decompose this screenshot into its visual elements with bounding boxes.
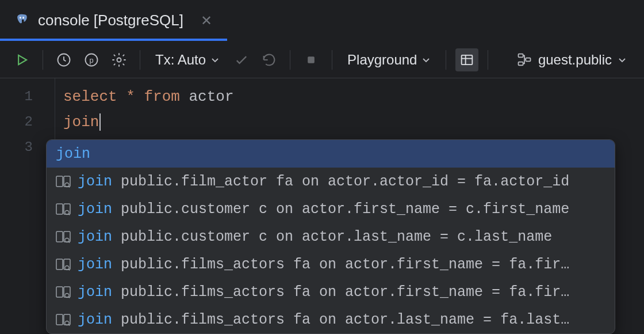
code-editor[interactable]: 1 2 3 select * from actor join join join… [0, 78, 644, 160]
completion-text: join public.customer c on actor.last_nam… [78, 229, 605, 245]
grid-view-button[interactable] [455, 48, 478, 71]
join-icon [56, 286, 71, 298]
svg-rect-8 [518, 54, 523, 57]
code-line: join [63, 109, 644, 135]
history-icon[interactable] [52, 48, 75, 71]
completion-popup: join join public.film_actor fa on actor.… [46, 139, 615, 334]
svg-rect-17 [56, 231, 63, 242]
completion-item[interactable]: join public.films_actors fa on actor.las… [47, 306, 615, 333]
svg-rect-11 [56, 176, 63, 187]
chevron-down-icon [618, 55, 627, 64]
tx-mode-dropdown[interactable]: Tx: Auto [150, 48, 225, 71]
svg-rect-14 [56, 204, 63, 214]
svg-rect-9 [518, 62, 523, 65]
p-icon[interactable]: p [80, 48, 103, 71]
separator [332, 50, 332, 70]
line-number: 1 [0, 84, 55, 109]
join-icon [56, 230, 71, 243]
join-icon [56, 258, 71, 271]
completion-item[interactable]: join [47, 140, 615, 168]
completion-text: join public.customer c on actor.first_na… [78, 201, 605, 218]
close-icon[interactable]: ✕ [196, 10, 217, 31]
completion-text: join public.films_actors fa on actor.fir… [78, 256, 605, 273]
tx-label: Tx: Auto [155, 52, 206, 68]
stop-button[interactable] [300, 48, 323, 71]
line-number: 2 [0, 109, 55, 135]
svg-rect-7 [462, 55, 473, 64]
svg-rect-20 [56, 259, 63, 270]
completion-text: join public.film_actor fa on actor.actor… [78, 173, 605, 190]
playground-label: Playground [347, 52, 417, 68]
completion-text: join public.films_actors fa on actor.las… [78, 312, 605, 328]
run-button[interactable] [10, 48, 33, 71]
completion-text: join [56, 146, 605, 162]
separator [290, 50, 290, 70]
svg-text:p: p [89, 56, 93, 64]
completion-item[interactable]: join public.films_actors fa on actor.fir… [47, 251, 615, 278]
join-icon [56, 313, 71, 326]
playground-dropdown[interactable]: Playground [342, 48, 436, 71]
postgresql-icon [14, 13, 30, 29]
join-icon [56, 175, 71, 188]
svg-rect-23 [56, 287, 63, 297]
schema-label: guest.public [538, 52, 612, 68]
completion-item[interactable]: join public.customer c on actor.last_nam… [47, 223, 615, 251]
tab-bar: console [PostgreSQL] ✕ [0, 0, 644, 41]
svg-point-1 [22, 17, 24, 19]
schema-icon [516, 52, 532, 68]
chevron-down-icon [210, 55, 220, 64]
commit-icon[interactable] [230, 48, 253, 71]
code-line: select * from actor [63, 84, 644, 109]
tab-title: console [PostgreSQL] [38, 12, 183, 29]
svg-point-5 [117, 58, 121, 62]
join-icon [56, 203, 71, 215]
svg-rect-6 [308, 56, 315, 63]
schema-selector[interactable]: guest.public [509, 48, 634, 71]
completion-item[interactable]: join public.films_actors fa on actor.fir… [47, 278, 615, 306]
svg-point-0 [20, 17, 21, 19]
svg-rect-10 [526, 58, 530, 61]
toolbar: p Tx: Auto Playground guest.public [0, 41, 644, 78]
completion-text: join public.films_actors fa on actor.fir… [78, 284, 605, 301]
rollback-icon[interactable] [258, 48, 281, 71]
completion-item[interactable]: join public.customer c on actor.first_na… [47, 195, 615, 223]
completion-item[interactable]: join public.film_actor fa on actor.actor… [47, 168, 615, 195]
gear-icon[interactable] [108, 48, 131, 71]
text-cursor [99, 113, 101, 131]
separator [140, 50, 140, 70]
separator [488, 50, 488, 70]
separator [446, 50, 446, 70]
svg-rect-26 [56, 314, 63, 325]
separator [43, 50, 43, 70]
tab-console[interactable]: console [PostgreSQL] ✕ [0, 0, 227, 41]
chevron-down-icon [421, 55, 431, 64]
